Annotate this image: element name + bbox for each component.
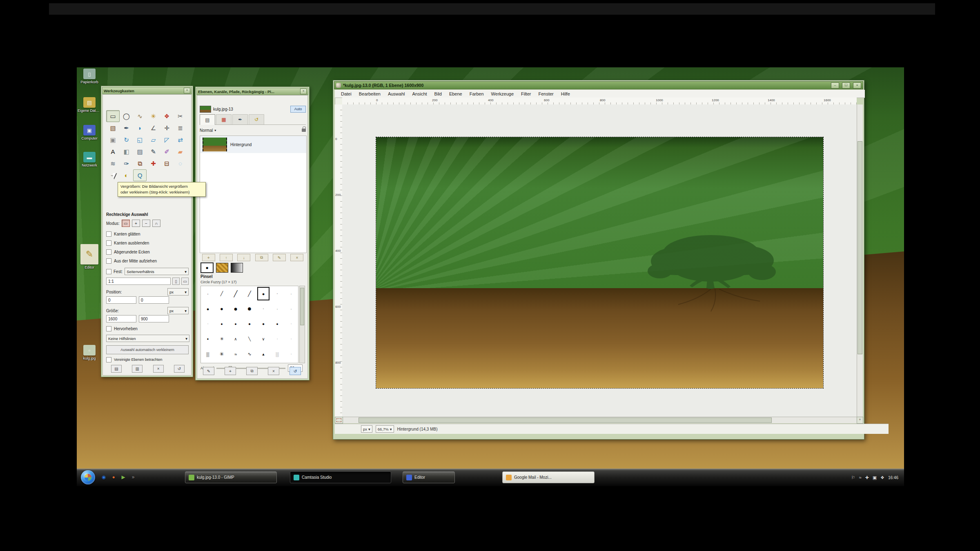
brush-cell[interactable]: · — [284, 331, 298, 347]
checkbox[interactable] — [106, 258, 111, 264]
size-x-input[interactable]: 1600 — [106, 315, 136, 322]
brush-cell[interactable]: ● — [270, 316, 284, 331]
lock-icon[interactable] — [302, 129, 306, 132]
selection-mode-button[interactable]: − — [142, 220, 150, 227]
position-unit-dropdown[interactable]: px▾ — [167, 288, 189, 295]
brush-cell[interactable]: ✳ — [215, 347, 229, 362]
tool-button[interactable]: ▱ — [147, 134, 160, 146]
tool-button[interactable]: ◯ — [120, 110, 133, 122]
auto-shrink-button[interactable]: Auswahl automatisch verkleinern — [106, 345, 189, 354]
tool-button[interactable]: ⇄ — [174, 134, 187, 146]
brush-footer-button[interactable]: × — [268, 367, 279, 375]
landscape-icon[interactable]: ▭ — [181, 278, 189, 285]
layer-action-button[interactable]: ⧉ — [255, 254, 268, 261]
brush-cell[interactable]: ∨ — [256, 331, 270, 347]
layer-action-button[interactable]: ↑ — [220, 254, 233, 261]
taskbar-button[interactable]: Camtasia Studio — [290, 471, 391, 483]
tool-button[interactable]: ◐ — [120, 169, 133, 181]
checkbox[interactable] — [106, 231, 111, 237]
brush-cell[interactable]: ● — [229, 316, 243, 331]
brush-cell[interactable]: ● — [243, 316, 256, 331]
tool-button[interactable]: ✒ — [120, 122, 133, 134]
close-icon[interactable]: × — [300, 89, 307, 94]
tool-button[interactable]: ✂ — [174, 110, 187, 122]
brush-cell[interactable]: ● — [256, 316, 270, 331]
brush-cell[interactable]: ● — [201, 331, 215, 347]
tool-button[interactable]: ▧ — [106, 122, 120, 134]
scrollbar-thumb[interactable] — [300, 288, 304, 325]
horizontal-ruler[interactable] — [342, 98, 857, 105]
tool-button[interactable]: ✛ — [160, 122, 174, 134]
tool-button[interactable]: ❖ — [160, 110, 174, 122]
tool-button[interactable]: ✎ — [147, 146, 160, 158]
tool-button[interactable]: ✐ — [160, 146, 174, 158]
menu-item[interactable]: Ebene — [445, 91, 466, 96]
brush-cell[interactable]: · — [270, 286, 284, 301]
brush-footer-button[interactable]: + — [225, 367, 236, 375]
merged-checkbox[interactable] — [106, 357, 111, 362]
fixed-dropdown[interactable]: Seitenverhältnis▾ — [125, 268, 189, 275]
brush-footer-button[interactable]: ✎ — [203, 367, 214, 375]
fixed-checkbox[interactable] — [106, 269, 111, 274]
auto-button[interactable]: Auto — [290, 106, 306, 113]
tool-button[interactable]: ◌ — [174, 158, 187, 169]
layer-mode-row[interactable]: Normal▾ — [200, 127, 306, 134]
tool-button[interactable]: ▣ — [106, 134, 120, 146]
vertical-scrollbar[interactable] — [857, 104, 863, 417]
desktop-icon[interactable]: ✎ Editor — [78, 244, 101, 269]
selection-mode-button[interactable]: ∩ — [152, 220, 160, 227]
option-checkbox-row[interactable]: Aus der Mitte aufziehen — [106, 256, 189, 265]
toolbox-titlebar[interactable]: Werkzeugkasten × — [102, 87, 192, 94]
desktop-icon[interactable]: ▬ Netzwerk — [78, 152, 101, 167]
brush-cell[interactable]: · — [201, 286, 215, 301]
unit-dropdown[interactable]: px▾ — [361, 425, 372, 433]
tool-button[interactable]: ▭ — [106, 110, 120, 122]
guides-dropdown[interactable]: Keine Hilfslinien▾ — [106, 335, 189, 342]
menu-item[interactable]: Filter — [517, 91, 535, 96]
layer-action-button[interactable]: ✎ — [273, 254, 286, 261]
options-footer-button[interactable]: ↺ — [174, 365, 185, 373]
tool-button[interactable]: ≋ — [106, 158, 120, 169]
tool-button[interactable]: ✑ — [120, 158, 133, 169]
desktop-icon[interactable]: ▣ Computer — [78, 125, 101, 140]
menu-item[interactable]: Bearbeiten — [355, 91, 384, 96]
desktop-icon[interactable]: ▫ kulg.jpg — [78, 345, 101, 360]
brush-cell[interactable]: ● — [215, 301, 229, 316]
caption-button[interactable]: × — [853, 82, 861, 89]
tool-button[interactable]: ◸ — [160, 134, 174, 146]
options-footer-button[interactable]: ▥ — [132, 365, 143, 373]
merged-row[interactable]: Vereinigte Ebenen betrachten — [106, 355, 190, 364]
size-y-input[interactable]: 900 — [139, 315, 169, 322]
brush-cell[interactable]: · — [284, 347, 298, 362]
checkbox[interactable] — [106, 249, 111, 255]
menu-item[interactable]: Bild — [431, 91, 445, 96]
tool-button[interactable]: ✚ — [147, 158, 160, 169]
image-window-titlebar[interactable]: *kulg.jpg-13.0 (RGB, 1 Ebene) 1600x900 –… — [334, 81, 863, 89]
quick-launch-icon[interactable]: » — [129, 473, 137, 481]
brush-cell[interactable]: ╲ — [243, 331, 256, 347]
portrait-icon[interactable]: ▯ — [172, 278, 180, 285]
taskbar-button[interactable]: Google Mail - Mozi... — [502, 471, 595, 483]
layer-action-button[interactable]: ↓ — [237, 254, 250, 261]
desktop-icon[interactable]: ▯ Papierkorb — [78, 69, 101, 84]
brush-cell[interactable]: · — [284, 316, 298, 331]
dock-tab[interactable]: ▤ — [200, 114, 215, 125]
tray-icon[interactable]: ⚐ — [851, 475, 855, 480]
dock-titlebar[interactable]: Ebenen, Kanäle, Pfade, Rückgängig - Pi..… — [196, 88, 308, 95]
scrollbar-thumb[interactable] — [858, 141, 862, 354]
options-footer-button[interactable]: ▤ — [111, 365, 122, 373]
horizontal-scrollbar[interactable] — [342, 417, 857, 423]
option-checkbox-row[interactable]: Kanten ausblenden — [106, 238, 189, 247]
brush-cell[interactable]: ▒ — [201, 347, 215, 362]
options-footer-button[interactable]: × — [153, 365, 164, 373]
brush-cell[interactable]: ╱ — [215, 286, 229, 301]
menu-item[interactable]: Fenster — [535, 91, 557, 96]
quick-launch-icon[interactable]: ◉ — [100, 473, 108, 481]
start-button[interactable] — [81, 470, 95, 484]
option-checkbox-row[interactable]: Kanten glätten — [106, 229, 189, 238]
brush-cell[interactable]: · — [284, 301, 298, 316]
dock-tab[interactable]: ▦ — [216, 114, 232, 124]
brush-footer-button[interactable]: ↺ — [290, 367, 301, 375]
tray-icon[interactable]: ❖ — [880, 475, 884, 480]
desktop-icon[interactable]: ▤ Eigene Dateien — [78, 97, 101, 113]
